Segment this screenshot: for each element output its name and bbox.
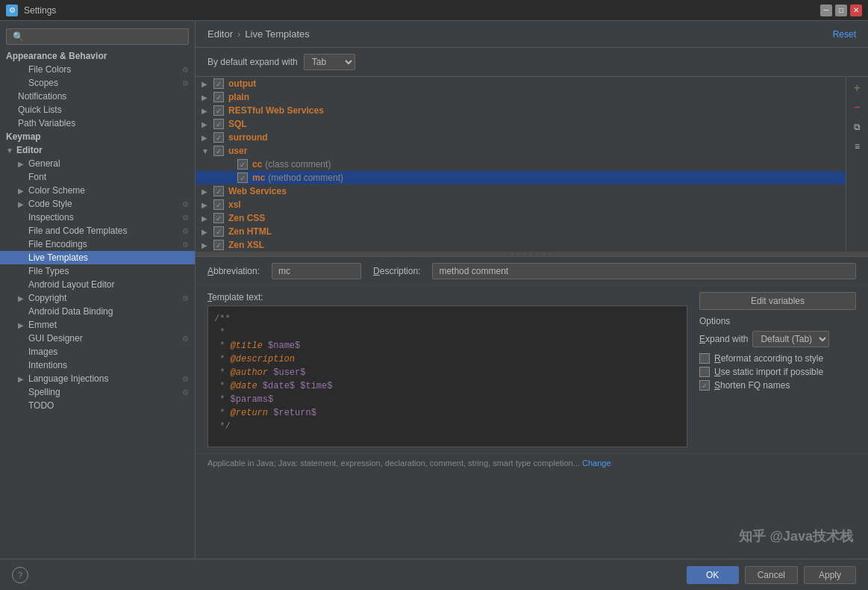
group-checkbox[interactable] xyxy=(213,240,224,250)
cancel-button[interactable]: Cancel xyxy=(745,566,798,584)
sidebar-label: File Colors xyxy=(28,64,71,75)
sidebar-item-gui-designer[interactable]: GUI Designer ⚙ xyxy=(0,332,195,345)
search-input[interactable] xyxy=(6,28,189,45)
breadcrumb: Editor › Live Templates xyxy=(207,28,310,40)
sidebar: Appearance & Behavior File Colors ⚙ Scop… xyxy=(0,21,196,559)
sidebar-label: File and Code Templates xyxy=(28,226,128,236)
remove-template-button[interactable]: − xyxy=(849,99,866,116)
template-group-web-services[interactable]: ▶ Web Services xyxy=(196,184,868,198)
copy-template-button[interactable]: ⧉ xyxy=(849,119,866,135)
expand-with-select[interactable]: Default (Tab) Tab Enter Space xyxy=(752,331,829,347)
static-import-checkbox[interactable] xyxy=(699,367,710,377)
sidebar-item-language-injections[interactable]: ▶ Language Injections ⚙ xyxy=(0,372,195,385)
template-group-restful[interactable]: ▶ RESTful Web Services xyxy=(196,104,868,117)
template-group-xsl[interactable]: ▶ xsl xyxy=(196,198,868,211)
sidebar-item-file-types[interactable]: File Types xyxy=(0,264,195,278)
settings-icon: ⚙ xyxy=(182,375,189,383)
minimize-button[interactable]: ─ xyxy=(820,4,832,16)
option-reformat: Reformat according to style xyxy=(699,353,856,364)
sidebar-item-path-variables[interactable]: Path Variables xyxy=(0,117,195,130)
sidebar-item-general[interactable]: ▶ General xyxy=(0,157,195,170)
sidebar-item-copyright[interactable]: ▶ Copyright ⚙ xyxy=(0,291,195,305)
apply-button[interactable]: Apply xyxy=(804,566,856,584)
code-editor[interactable]: /** * * @title $name$ * @description * @… xyxy=(207,305,687,447)
arrow-right-icon: ▶ xyxy=(18,321,27,329)
sidebar-item-code-style[interactable]: ▶ Code Style ⚙ xyxy=(0,197,195,211)
sidebar-item-color-scheme[interactable]: ▶ Color Scheme xyxy=(0,184,195,197)
group-checkbox[interactable] xyxy=(213,213,224,223)
arrow-right-icon: ▶ xyxy=(202,228,212,236)
sidebar-item-file-encodings[interactable]: File Encodings ⚙ xyxy=(0,237,195,251)
sidebar-item-todo[interactable]: TODO xyxy=(0,399,195,412)
sidebar-item-emmet[interactable]: ▶ Emmet xyxy=(0,318,195,332)
sidebar-item-android-layout[interactable]: Android Layout Editor xyxy=(0,278,195,291)
sidebar-item-file-colors[interactable]: File Colors ⚙ xyxy=(0,63,195,76)
template-item-cc[interactable]: cc (class comment) xyxy=(196,158,868,171)
group-checkbox[interactable] xyxy=(213,105,224,116)
sidebar-item-appearance-behavior[interactable]: Appearance & Behavior xyxy=(0,49,195,63)
sidebar-item-notifications[interactable]: Notifications xyxy=(0,90,195,103)
maximize-button[interactable]: □ xyxy=(835,4,847,16)
settings-icon: ⚙ xyxy=(182,66,189,74)
item-checkbox[interactable] xyxy=(237,159,248,170)
description-input[interactable] xyxy=(432,263,856,279)
template-group-zen-html[interactable]: ▶ Zen HTML xyxy=(196,225,868,238)
settings-icon: ⚙ xyxy=(182,388,189,397)
group-checkbox[interactable] xyxy=(213,186,224,196)
template-group-zen-xsl[interactable]: ▶ Zen XSL xyxy=(196,238,868,252)
close-button[interactable]: ✕ xyxy=(850,4,862,16)
sidebar-item-spelling[interactable]: Spelling ⚙ xyxy=(0,385,195,399)
reformat-checkbox[interactable] xyxy=(699,353,710,364)
template-group-surround[interactable]: ▶ surround xyxy=(196,131,868,144)
ok-button[interactable]: OK xyxy=(687,566,739,584)
arrow-right-icon: ▶ xyxy=(202,134,212,142)
sidebar-label: Notifications xyxy=(18,91,66,102)
item-name: cc xyxy=(252,159,262,170)
sidebar-item-scopes[interactable]: Scopes ⚙ xyxy=(0,76,195,90)
sidebar-item-quick-lists[interactable]: Quick Lists xyxy=(0,103,195,117)
template-item-mc[interactable]: mc (method comment) xyxy=(196,171,868,184)
title-bar: ⚙ Settings ─ □ ✕ xyxy=(0,0,868,21)
sidebar-item-editor[interactable]: ▼ Editor xyxy=(0,143,195,157)
help-button[interactable]: ? xyxy=(12,567,28,583)
group-checkbox[interactable] xyxy=(213,132,224,143)
group-checkbox[interactable] xyxy=(213,146,224,156)
template-group-zen-css[interactable]: ▶ Zen CSS xyxy=(196,211,868,225)
sidebar-item-inspections[interactable]: Inspections ⚙ xyxy=(0,211,195,224)
sidebar-item-intentions[interactable]: Intentions xyxy=(0,358,195,372)
sidebar-item-file-code-templates[interactable]: File and Code Templates ⚙ xyxy=(0,224,195,237)
group-checkbox[interactable] xyxy=(213,92,224,102)
group-checkbox[interactable] xyxy=(213,119,224,129)
sidebar-item-keymap[interactable]: Keymap xyxy=(0,130,195,143)
footer: ? OK Cancel Apply xyxy=(0,559,868,590)
template-group-user[interactable]: ▼ user xyxy=(196,144,868,158)
applicable-change-link[interactable]: Change xyxy=(582,459,611,468)
item-checkbox[interactable] xyxy=(237,173,248,183)
item-desc: (class comment) xyxy=(265,159,331,170)
arrow-right-icon: ▶ xyxy=(202,241,212,249)
expand-select[interactable]: Tab Enter Space xyxy=(304,54,355,70)
template-text-right: Edit variables Options Expand with Defau… xyxy=(699,292,856,447)
template-group-sql[interactable]: ▶ SQL xyxy=(196,117,868,131)
sidebar-item-android-data-binding[interactable]: Android Data Binding xyxy=(0,305,195,318)
group-checkbox[interactable] xyxy=(213,226,224,237)
sidebar-label: Inspections xyxy=(28,212,74,223)
template-group-plain[interactable]: ▶ plain xyxy=(196,90,868,104)
list-wrapper: ▶ output ▶ plain ▶ RESTful Web Se xyxy=(196,77,868,252)
content-panel: Editor › Live Templates Reset By default… xyxy=(196,21,868,559)
group-checkbox[interactable] xyxy=(213,199,224,210)
arrow-right-icon: ▶ xyxy=(202,107,212,115)
reset-button[interactable]: Reset xyxy=(833,29,856,40)
abbreviation-input[interactable] xyxy=(272,263,361,279)
edit-variables-button[interactable]: Edit variables xyxy=(699,292,856,310)
add-template-button[interactable]: + xyxy=(849,80,866,96)
sidebar-item-images[interactable]: Images xyxy=(0,345,195,358)
sidebar-item-live-templates[interactable]: Live Templates xyxy=(0,251,195,264)
shorten-fq-checkbox[interactable] xyxy=(699,380,710,391)
settings-icon: ⚙ xyxy=(182,79,189,87)
sidebar-item-font[interactable]: Font xyxy=(0,170,195,184)
group-checkbox[interactable] xyxy=(213,78,224,89)
group-template-button[interactable]: ≡ xyxy=(849,138,866,155)
template-group-output[interactable]: ▶ output xyxy=(196,77,868,90)
main-container: Appearance & Behavior File Colors ⚙ Scop… xyxy=(0,21,868,559)
